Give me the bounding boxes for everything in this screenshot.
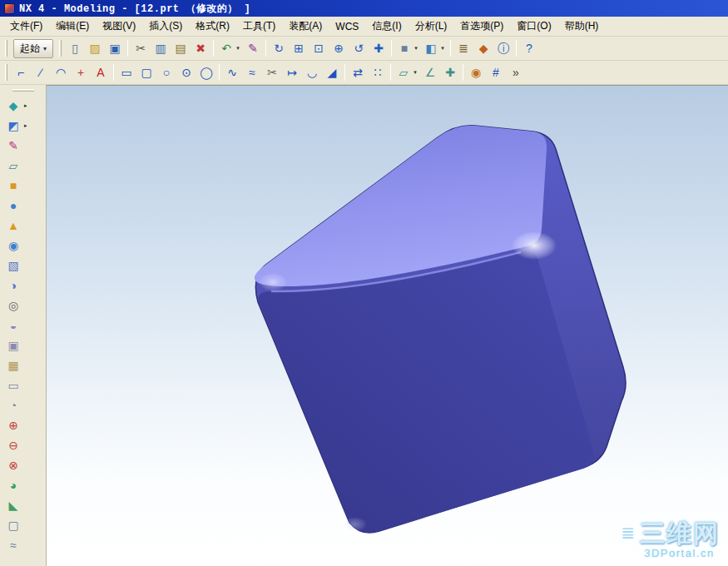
cut-button[interactable]: ✂	[131, 38, 151, 58]
refresh-view-button[interactable]: ↻	[269, 38, 289, 58]
dropdown-arrow-icon[interactable]: ▸	[24, 122, 27, 129]
fillet-button[interactable]: ◡	[302, 62, 322, 82]
menu-analysis[interactable]: 分析(L)	[409, 16, 454, 37]
menu-window[interactable]: 窗口(O)	[510, 16, 557, 37]
intersect-button[interactable]: ⊗	[0, 455, 46, 475]
copy-button[interactable]: ▥	[151, 38, 171, 58]
subtract-button[interactable]: ⊖	[0, 435, 46, 455]
menu-assemblies[interactable]: 装配(A)	[282, 16, 329, 37]
rounded-rectangle-button[interactable]: ▢	[136, 62, 156, 82]
dropdown-arrow-icon[interactable]: ▾	[235, 45, 241, 52]
pan-view-button[interactable]: ✚	[369, 38, 389, 58]
menu-format[interactable]: 格式(R)	[189, 16, 236, 37]
unite-button[interactable]: ⊕	[0, 415, 46, 435]
dropdown-arrow-icon[interactable]: ▾	[439, 45, 446, 52]
shell-button[interactable]: ▢	[0, 515, 46, 535]
menu-tools[interactable]: 工具(T)	[236, 16, 282, 37]
undo-button[interactable]: ↶ ▾	[216, 38, 243, 58]
cube-front-face[interactable]	[258, 251, 594, 533]
menu-information[interactable]: 信息(I)	[365, 16, 408, 37]
menu-wcs[interactable]: WCS	[329, 17, 365, 36]
datum-plane-button[interactable]: ▱	[0, 156, 46, 176]
edge-blend-button[interactable]: ◕	[0, 475, 46, 495]
groove-button[interactable]: ◔	[0, 395, 46, 415]
offset-curve-button[interactable]: ≈	[242, 62, 262, 82]
chamfer-button[interactable]: ◢	[322, 62, 342, 82]
dropdown-arrow-icon[interactable]: ▸	[24, 102, 27, 109]
pocket-button[interactable]: ▣	[0, 335, 46, 355]
info-button[interactable]: ⓘ	[493, 38, 513, 58]
graphics-viewport[interactable]: ≣ 三维网 3DPortal.cn	[47, 85, 728, 566]
zoom-box-button[interactable]: ⊡	[309, 38, 329, 58]
slot-button[interactable]: ▭	[0, 375, 46, 395]
menu-view[interactable]: 视图(V)	[96, 16, 142, 37]
fit-view-button[interactable]: ⊞	[289, 38, 309, 58]
save-button[interactable]: ▣	[105, 38, 125, 58]
thread-button[interactable]: ≈	[0, 535, 46, 555]
toolbar-separator	[390, 64, 391, 81]
boss-button[interactable]: ◒	[0, 315, 46, 335]
cone-button[interactable]: ▲	[0, 216, 46, 236]
toolbar-separator	[450, 40, 451, 57]
rectangle-button[interactable]: ▭	[116, 62, 136, 82]
menu-edit[interactable]: 编辑(E)	[49, 16, 96, 37]
ellipse-button[interactable]: ◯	[196, 62, 216, 82]
datum-axis-button[interactable]: ∠	[420, 62, 440, 82]
circle-button[interactable]: ○	[156, 62, 176, 82]
model-cube[interactable]	[47, 86, 728, 566]
open-button[interactable]: ▨	[85, 38, 105, 58]
pen-button[interactable]: ✎	[243, 38, 263, 58]
revolve-flyout-button[interactable]: ◩ ▸	[0, 116, 46, 136]
corner-highlight	[259, 273, 287, 291]
spline-button[interactable]: ∿	[222, 62, 242, 82]
sphere-button[interactable]: ◉	[0, 236, 46, 256]
delete-button[interactable]: ✖	[191, 38, 210, 58]
toolbar-grip[interactable]	[5, 64, 7, 81]
trim-curve-button[interactable]: ✂	[262, 62, 282, 82]
new-button[interactable]: ▯	[65, 38, 85, 58]
dropdown-arrow-icon[interactable]: ▾	[413, 45, 419, 52]
revolve-button[interactable]: ◑	[0, 276, 46, 295]
toolbar-grip[interactable]	[5, 40, 7, 57]
mirror-curve-button[interactable]: ⇄	[348, 62, 368, 82]
layer-settings-button[interactable]: ≣	[453, 38, 473, 58]
chamfer-button[interactable]: ◣	[0, 495, 46, 515]
menu-help[interactable]: 帮助(H)	[558, 16, 606, 37]
more-tools-button[interactable]: »	[506, 62, 526, 82]
datum-plane-button[interactable]: ▱ ▾	[394, 62, 420, 82]
toolbar-grip[interactable]	[12, 89, 34, 92]
profile-button[interactable]: ⌐	[11, 62, 31, 82]
point-button[interactable]: +	[71, 62, 91, 82]
extrude-button[interactable]: ▧	[0, 256, 46, 276]
shaded-display-button[interactable]: ■ ▾	[394, 38, 421, 58]
help-button[interactable]: ?	[519, 38, 539, 58]
toolbar-grip[interactable]	[59, 40, 62, 57]
datum-csys-button[interactable]: ✚	[440, 62, 460, 82]
pad-button[interactable]: ▦	[0, 355, 46, 375]
line-button[interactable]: ∕	[31, 62, 51, 82]
sketch-button[interactable]: ✎	[0, 136, 46, 156]
grid-button[interactable]: #	[486, 62, 506, 82]
menu-bar: 文件(F) 编辑(E) 视图(V) 插入(S) 格式(R) 工具(T) 装配(A…	[0, 17, 728, 37]
rotate-view-button[interactable]: ↺	[349, 38, 369, 58]
extrude-flyout-button[interactable]: ◆ ▸	[0, 96, 46, 116]
snap-point-button[interactable]: ◉	[466, 62, 486, 82]
wcs-display-button[interactable]: ◆	[473, 38, 493, 58]
extend-curve-button[interactable]: ↦	[282, 62, 302, 82]
menu-preferences[interactable]: 首选项(P)	[453, 16, 510, 37]
view-orientation-button[interactable]: ◧ ▾	[421, 38, 448, 58]
zoom-in-button[interactable]: ⊕	[329, 38, 349, 58]
pattern-curve-button[interactable]: ∷	[368, 62, 388, 82]
toolbar-separator	[213, 40, 214, 57]
menu-file[interactable]: 文件(F)	[3, 16, 49, 37]
cylinder-button[interactable]: ●	[0, 196, 46, 216]
hole-button[interactable]: ◎	[0, 295, 46, 315]
arc-button[interactable]: ◠	[51, 62, 71, 82]
paste-button[interactable]: ▤	[171, 38, 191, 58]
menu-insert[interactable]: 插入(S)	[142, 16, 189, 37]
circle-center-button[interactable]: ⊙	[176, 62, 196, 82]
start-menu-button[interactable]: 起始 ▾	[13, 39, 53, 58]
dropdown-arrow-icon[interactable]: ▾	[412, 69, 418, 76]
block-button[interactable]: ■	[0, 176, 46, 196]
text-button[interactable]: A	[91, 62, 111, 82]
